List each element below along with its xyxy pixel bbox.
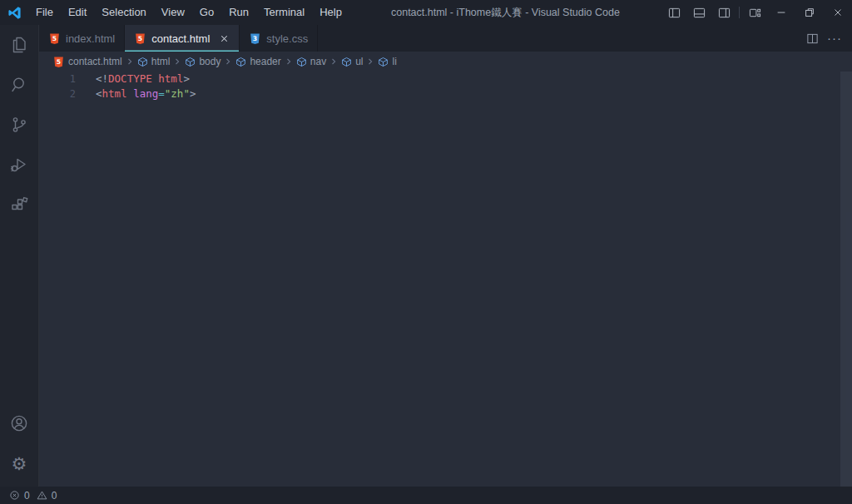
symbol-element-icon: [378, 57, 389, 67]
chevron-right-icon: [282, 57, 295, 67]
breadcrumb-label: ul: [355, 56, 363, 67]
gear-icon: ⚙: [12, 455, 27, 472]
breadcrumb-label: nav: [310, 56, 326, 67]
code-token: DOCTYPE html: [108, 72, 183, 85]
menubar: FileEditSelectionViewGoRunTerminalHelp: [28, 0, 349, 25]
symbol-element-icon: [341, 57, 352, 67]
activity-bar: ⚙: [0, 25, 39, 487]
account-icon: [9, 413, 29, 433]
vscode-window: FileEditSelectionViewGoRunTerminalHelp c…: [0, 0, 852, 504]
breadcrumb-label: contact.html: [68, 56, 122, 67]
svg-text:5: 5: [138, 35, 142, 42]
breadcrumb-label: html: [151, 56, 171, 67]
toggle-secondary-sidebar-button[interactable]: [711, 0, 736, 25]
activity-item-search[interactable]: [0, 65, 38, 105]
status-bar: 0 0: [0, 487, 852, 504]
tab-label: index.html: [66, 32, 115, 45]
problems-status[interactable]: 0 0: [7, 487, 59, 504]
customize-layout-button[interactable]: [742, 0, 767, 25]
html-file-icon: 5: [52, 56, 65, 68]
tab-bar: 5index.html5contact.html3style.css ···: [39, 25, 852, 52]
menu-go[interactable]: Go: [192, 0, 221, 25]
breadcrumb-item-ul[interactable]: ul: [340, 56, 364, 67]
tab-style.css[interactable]: 3style.css: [240, 25, 318, 52]
code-token: =: [158, 87, 165, 100]
menu-view[interactable]: View: [154, 0, 192, 25]
code-line-1[interactable]: 1<!DOCTYPE html>: [39, 72, 852, 86]
search-icon: [9, 75, 29, 95]
error-count: 0: [24, 490, 30, 502]
minimap[interactable]: [775, 72, 840, 487]
toggle-panel-button[interactable]: [686, 0, 711, 25]
titlebar-controls: [661, 0, 852, 25]
line-number[interactable]: 1: [39, 72, 76, 86]
extensions-icon: [9, 195, 29, 215]
html-file-icon: 5: [48, 32, 61, 45]
tab-index.html[interactable]: 5index.html: [39, 25, 125, 52]
run-and-debug-icon: [9, 155, 29, 175]
menu-selection[interactable]: Selection: [94, 0, 153, 25]
menu-file[interactable]: File: [28, 0, 61, 25]
breadcrumb-item-contact.html[interactable]: 5contact.html: [52, 56, 123, 68]
code-line-text: <html lang="zh">: [76, 86, 196, 101]
code-token: html: [102, 87, 127, 100]
breadcrumb-item-nav[interactable]: nav: [295, 56, 327, 67]
error-icon: [9, 490, 20, 501]
code-line-2[interactable]: 2<html lang="zh">: [39, 86, 852, 101]
menu-help[interactable]: Help: [312, 0, 349, 25]
menu-edit[interactable]: Edit: [61, 0, 94, 25]
breadcrumb-label: li: [392, 56, 396, 67]
menu-terminal[interactable]: Terminal: [256, 0, 312, 25]
code-line-text: <!DOCTYPE html>: [76, 72, 190, 86]
close-tab-icon[interactable]: [219, 33, 230, 44]
line-number[interactable]: 2: [39, 86, 76, 101]
svg-text:5: 5: [57, 58, 61, 66]
activity-bar-top: [0, 25, 38, 403]
code-token: lang: [133, 87, 158, 100]
code-editor[interactable]: 1<!DOCTYPE html>2<html lang="zh">: [39, 72, 852, 487]
html-file-icon: 5: [134, 32, 146, 45]
tab-contact.html[interactable]: 5contact.html: [125, 25, 240, 52]
chevron-right-icon: [123, 57, 136, 67]
breadcrumb-label: body: [199, 56, 220, 67]
chevron-right-icon: [171, 57, 184, 67]
activity-item-settings[interactable]: ⚙: [0, 443, 38, 483]
breadcrumb-item-header[interactable]: header: [235, 56, 281, 67]
menu-run[interactable]: Run: [221, 0, 256, 25]
code-token: <!: [96, 72, 108, 85]
symbol-element-icon: [296, 57, 307, 67]
chevron-right-icon: [221, 57, 235, 67]
svg-text:5: 5: [52, 35, 57, 42]
symbol-element-icon: [137, 57, 148, 67]
titlebar: FileEditSelectionViewGoRunTerminalHelp c…: [0, 0, 852, 25]
activity-item-accounts[interactable]: [0, 403, 38, 443]
svg-text:3: 3: [253, 35, 257, 42]
code-lines: 1<!DOCTYPE html>2<html lang="zh">: [39, 72, 852, 102]
editor-scrollbar[interactable]: [840, 72, 852, 487]
problems-item[interactable]: 0 0: [7, 487, 59, 504]
activity-item-explorer[interactable]: [0, 25, 38, 65]
titlebar-separator: [739, 7, 740, 18]
warning-icon: [37, 490, 47, 501]
breadcrumb-item-html[interactable]: html: [136, 56, 171, 67]
activity-item-source-control[interactable]: [0, 105, 38, 145]
breadcrumb-label: header: [250, 56, 280, 67]
symbol-element-icon: [185, 57, 196, 67]
minimize-button[interactable]: [767, 0, 795, 25]
source-control-icon: [9, 115, 29, 135]
editor-group: 5index.html5contact.html3style.css ··· 5…: [39, 25, 852, 487]
breadcrumb-item-li[interactable]: li: [377, 56, 397, 67]
activity-item-run-and-debug[interactable]: [0, 145, 38, 185]
chevron-right-icon: [327, 57, 340, 67]
split-editor-button[interactable]: [806, 32, 819, 45]
activity-item-extensions[interactable]: [0, 185, 38, 225]
toggle-sidebar-button[interactable]: [661, 0, 686, 25]
breadcrumb-item-body[interactable]: body: [184, 56, 221, 67]
code-token: >: [190, 87, 196, 100]
close-window-button[interactable]: [824, 0, 852, 25]
restore-button[interactable]: [795, 0, 824, 25]
vscode-logo-icon: [0, 0, 28, 25]
symbol-element-icon: [235, 57, 246, 67]
code-token: >: [183, 72, 190, 85]
chevron-right-icon: [364, 57, 377, 67]
